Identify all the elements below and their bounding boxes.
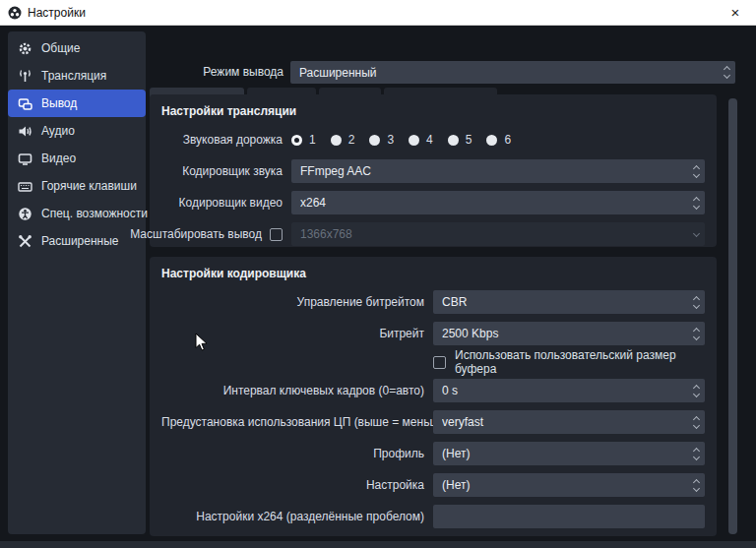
- audio-track-label: Звуковая дорожка: [161, 133, 291, 147]
- radio-track-6[interactable]: [486, 135, 497, 146]
- bitrate-value: 2500 Kbps: [442, 327, 687, 340]
- obs-logo-icon: [8, 6, 22, 20]
- sidebar-item-hotkeys[interactable]: Горячие клавиши: [8, 172, 146, 200]
- window-title: Настройки: [28, 6, 86, 20]
- spinner-arrows[interactable]: [687, 379, 705, 402]
- audio-encoder-label: Кодировщик звука: [161, 164, 291, 178]
- sidebar-item-label: Трансляция: [41, 69, 106, 83]
- output-icon: [18, 96, 32, 111]
- output-mode-select[interactable]: Расширенный: [290, 61, 735, 84]
- gear-icon: [18, 41, 32, 56]
- cpu-preset-select[interactable]: veryfast: [433, 410, 705, 434]
- radio-label: 1: [309, 133, 316, 147]
- sidebar-item-label: Общие: [41, 41, 80, 55]
- bitrate-label: Битрейт: [161, 327, 433, 340]
- spinner-arrows[interactable]: [687, 322, 705, 345]
- radio-label: 6: [504, 133, 511, 147]
- rate-control-label: Управление битрейтом: [161, 295, 433, 309]
- spinner-arrows[interactable]: [687, 410, 705, 434]
- radio-track-1[interactable]: [291, 135, 302, 146]
- radio-track-2[interactable]: [331, 135, 342, 146]
- titlebar: Настройки ×: [0, 0, 756, 26]
- spinner-arrows[interactable]: [687, 290, 705, 314]
- settings-sidebar: Общие Трансляция Вывод Аудио: [8, 31, 146, 534]
- group-title: Настройки трансляции: [161, 104, 705, 118]
- streaming-settings-group: Настройки трансляции Звуковая дорожка 1 …: [150, 94, 717, 247]
- keyint-spinbox[interactable]: 0 s: [433, 379, 705, 402]
- output-mode-value: Расширенный: [299, 66, 718, 80]
- radio-label: 2: [348, 133, 355, 147]
- sidebar-item-accessibility[interactable]: Спец. возможности: [8, 200, 146, 227]
- sidebar-item-stream[interactable]: Трансляция: [8, 62, 146, 90]
- rescale-resolution-value: 1366x768: [300, 227, 687, 241]
- vertical-scrollbar[interactable]: [728, 98, 737, 534]
- video-encoder-label: Кодировщик видео: [161, 196, 291, 210]
- profile-value: (Нет): [442, 447, 687, 460]
- sidebar-item-video[interactable]: Видео: [8, 145, 146, 172]
- radio-track-5[interactable]: [448, 135, 459, 146]
- sidebar-item-general[interactable]: Общие: [8, 34, 146, 62]
- rate-control-value: CBR: [442, 295, 687, 309]
- tune-value: (Нет): [442, 478, 687, 492]
- sidebar-item-label: Аудио: [41, 124, 75, 138]
- sidebar-item-label: Расширенные: [41, 234, 119, 248]
- audio-encoder-select[interactable]: FFmpeg AAC: [291, 159, 705, 183]
- bottom-panel-edge: [0, 541, 756, 548]
- sidebar-item-audio[interactable]: Аудио: [8, 117, 146, 145]
- profile-select[interactable]: (Нет): [433, 442, 705, 465]
- spinner-arrows[interactable]: [687, 191, 705, 214]
- tune-select[interactable]: (Нет): [433, 473, 705, 497]
- rescale-output-label: Масштабировать вывод: [130, 227, 262, 241]
- spinner-arrows[interactable]: [687, 159, 705, 183]
- sidebar-item-output[interactable]: Вывод: [8, 90, 146, 117]
- keyint-label: Интервал ключевых кадров (0=авто): [161, 384, 433, 397]
- group-title: Настройки кодировщика: [161, 267, 705, 280]
- rescale-output-checkbox[interactable]: [270, 228, 283, 241]
- sidebar-item-label: Спец. возможности: [41, 207, 148, 220]
- custom-buffer-checkbox[interactable]: [433, 356, 446, 369]
- output-mode-label: Режим вывода: [150, 61, 284, 84]
- audio-encoder-value: FFmpeg AAC: [300, 164, 687, 178]
- x264-options-label: Настройки x264 (разделённые пробелом): [161, 510, 433, 523]
- x264-options-input[interactable]: [433, 505, 705, 528]
- sidebar-item-advanced[interactable]: Расширенные: [8, 227, 146, 255]
- dropdown-arrow[interactable]: [687, 222, 705, 246]
- custom-buffer-label: Использовать пользовательский размер буф…: [455, 348, 705, 376]
- settings-window: Общие Трансляция Вывод Аудио: [0, 26, 756, 548]
- radio-track-4[interactable]: [409, 135, 419, 146]
- spinner-arrows[interactable]: [718, 61, 735, 84]
- monitor-icon: [18, 152, 32, 166]
- rate-control-select[interactable]: CBR: [433, 290, 705, 314]
- rescale-resolution-select[interactable]: 1366x768: [291, 222, 705, 246]
- video-encoder-select[interactable]: x264: [291, 191, 705, 214]
- accessibility-icon: [18, 207, 32, 221]
- broadcast-icon: [18, 69, 32, 84]
- cpu-preset-value: veryfast: [442, 415, 687, 429]
- keyboard-icon: [18, 179, 32, 194]
- close-button[interactable]: ×: [715, 0, 756, 25]
- keyint-value: 0 s: [442, 384, 687, 397]
- encoder-settings-group: Настройки кодировщика Управление битрейт…: [150, 257, 717, 536]
- radio-track-3[interactable]: [369, 135, 380, 146]
- bitrate-spinbox[interactable]: 2500 Kbps: [433, 322, 705, 345]
- radio-label: 5: [466, 133, 472, 147]
- tune-label: Настройка: [161, 478, 433, 492]
- sidebar-item-label: Вывод: [41, 96, 77, 110]
- spinner-arrows[interactable]: [687, 473, 705, 497]
- profile-label: Профиль: [161, 447, 433, 460]
- cpu-preset-label: Предустановка использования ЦП (выше = м…: [161, 415, 433, 429]
- tools-icon: [18, 234, 32, 249]
- sidebar-item-label: Видео: [41, 152, 76, 165]
- radio-label: 4: [426, 133, 433, 147]
- sidebar-item-label: Горячие клавиши: [41, 179, 137, 193]
- video-encoder-value: x264: [300, 196, 687, 210]
- spinner-arrows[interactable]: [687, 442, 705, 465]
- radio-label: 3: [387, 133, 394, 147]
- audio-track-radios: 1 2 3 4 5 6: [291, 128, 705, 152]
- speaker-icon: [18, 124, 32, 139]
